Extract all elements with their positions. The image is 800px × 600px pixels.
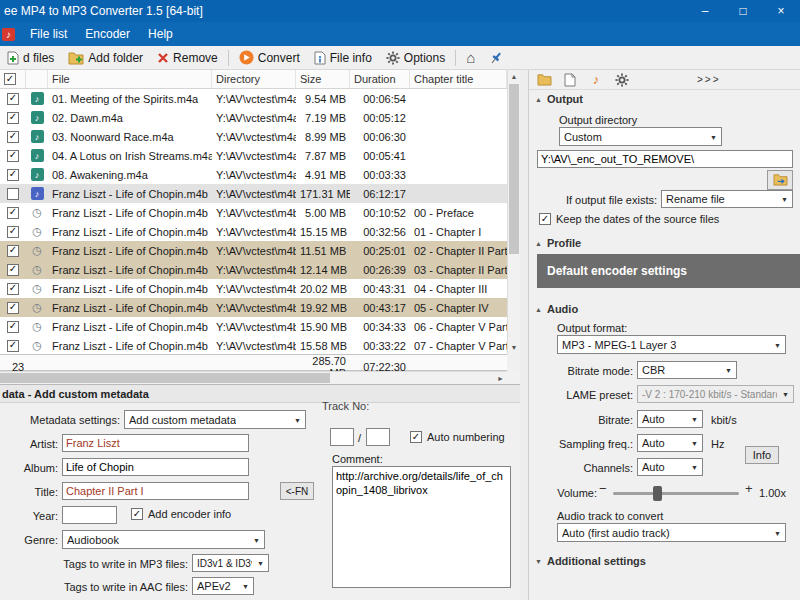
browse-output-button[interactable] xyxy=(767,170,793,190)
auto-numbering-checkbox[interactable] xyxy=(410,431,422,443)
menu-help[interactable]: Help xyxy=(139,22,182,46)
row-checkbox[interactable] xyxy=(7,188,19,200)
table-row[interactable]: ♪03. Noonward Race.m4aY:\AV\vctest\m4a8.… xyxy=(0,127,507,146)
row-checkbox[interactable] xyxy=(7,150,19,162)
keep-dates-checkbox[interactable] xyxy=(539,213,551,225)
row-checkbox[interactable] xyxy=(7,207,19,219)
tags-mp3-combo[interactable]: ID3v1 & ID3v2 ▼ xyxy=(192,554,269,572)
convert-button[interactable]: Convert xyxy=(232,47,307,69)
table-row[interactable]: ◷Franz Liszt - Life of Chopin.m4bY:\AV\v… xyxy=(0,279,507,298)
row-checkbox-cell[interactable] xyxy=(0,340,26,352)
row-checkbox[interactable] xyxy=(7,321,19,333)
bitrate-combo[interactable]: Auto ▼ xyxy=(637,410,703,428)
close-button[interactable]: × xyxy=(762,0,800,22)
track-no-field[interactable] xyxy=(330,428,354,446)
row-checkbox-cell[interactable] xyxy=(0,302,26,314)
bitrate-mode-combo[interactable]: CBR ▼ xyxy=(637,361,737,379)
row-checkbox[interactable] xyxy=(7,302,19,314)
pin-button[interactable] xyxy=(482,47,510,69)
row-checkbox-cell[interactable] xyxy=(0,93,26,105)
home-button[interactable]: ⌂ xyxy=(459,47,482,69)
auto-numbering-row[interactable]: Auto numbering xyxy=(410,431,505,443)
album-field[interactable] xyxy=(62,458,249,476)
row-checkbox-cell[interactable] xyxy=(0,283,26,295)
keep-dates-row[interactable]: Keep the dates of the source files xyxy=(539,213,719,225)
row-checkbox-cell[interactable] xyxy=(0,169,26,181)
file-tab-button[interactable] xyxy=(561,72,579,88)
row-checkbox[interactable] xyxy=(7,93,19,105)
vertical-scrollbar-thumb[interactable] xyxy=(509,84,519,254)
add-files-button[interactable]: d files xyxy=(0,47,61,69)
row-checkbox[interactable] xyxy=(7,131,19,143)
section-header-additional[interactable]: ▼ Additional settings xyxy=(529,552,800,570)
select-all-checkbox[interactable] xyxy=(4,73,16,85)
volume-slider-thumb[interactable] xyxy=(653,486,662,501)
genre-combo[interactable]: Audiobook ▼ xyxy=(62,530,265,549)
info-button[interactable]: Info xyxy=(745,446,779,464)
table-row[interactable]: ♪01. Meeting of the Spirits.m4aY:\AV\vct… xyxy=(0,89,507,108)
table-row[interactable]: ♪02. Dawn.m4aY:\AV\vctest\m4a7.19 MB00:0… xyxy=(0,108,507,127)
row-checkbox-cell[interactable] xyxy=(0,245,26,257)
output-tab-button[interactable] xyxy=(535,72,553,88)
comment-field[interactable] xyxy=(332,466,511,588)
row-checkbox-cell[interactable] xyxy=(0,226,26,238)
row-checkbox[interactable] xyxy=(7,340,19,352)
column-file[interactable]: File xyxy=(48,70,212,88)
volume-increase-button[interactable]: + xyxy=(745,481,753,496)
table-row[interactable]: ◷Franz Liszt - Life of Chopin.m4bY:\AV\v… xyxy=(0,298,507,317)
if-exists-combo[interactable]: Rename file ▼ xyxy=(661,190,793,208)
panel-splitter[interactable] xyxy=(520,70,528,600)
tags-aac-combo[interactable]: APEv2 ▼ xyxy=(192,577,254,595)
table-row[interactable]: ◷Franz Liszt - Life of Chopin.m4bY:\AV\v… xyxy=(0,317,507,336)
audio-tab-button[interactable]: ♪ xyxy=(587,72,605,88)
row-checkbox-cell[interactable] xyxy=(0,112,26,124)
metadata-settings-combo[interactable]: Add custom metadata ▼ xyxy=(124,410,306,429)
column-icon[interactable] xyxy=(26,70,48,88)
title-field[interactable] xyxy=(62,482,249,500)
section-header-profile[interactable]: ▲ Profile xyxy=(529,234,800,252)
file-info-button[interactable]: File info xyxy=(307,47,379,69)
output-path-field[interactable] xyxy=(537,150,793,168)
row-checkbox-cell[interactable] xyxy=(0,321,26,333)
table-row[interactable]: ◷Franz Liszt - Life of Chopin.m4bY:\AV\v… xyxy=(0,203,507,222)
row-checkbox-cell[interactable] xyxy=(0,264,26,276)
scroll-up-icon[interactable]: ▲ xyxy=(508,70,520,83)
output-directory-combo[interactable]: Custom ▼ xyxy=(559,127,722,146)
column-directory[interactable]: Directory xyxy=(212,70,296,88)
column-size[interactable]: Size xyxy=(296,70,350,88)
menu-file-list[interactable]: File list xyxy=(21,22,76,46)
row-checkbox-cell[interactable] xyxy=(0,207,26,219)
scroll-down-icon[interactable]: ▼ xyxy=(508,341,520,354)
row-checkbox[interactable] xyxy=(7,264,19,276)
horizontal-scrollbar-thumb[interactable] xyxy=(0,373,330,383)
section-header-audio[interactable]: ▲ Audio xyxy=(529,300,800,318)
column-chapter-title[interactable]: Chapter title xyxy=(410,70,507,88)
horizontal-scrollbar[interactable]: ► xyxy=(0,371,507,384)
row-checkbox[interactable] xyxy=(7,283,19,295)
artist-field[interactable] xyxy=(62,434,249,452)
table-row[interactable]: ◷Franz Liszt - Life of Chopin.m4bY:\AV\v… xyxy=(0,336,507,355)
output-format-combo[interactable]: MP3 - MPEG-1 Layer 3 ▼ xyxy=(557,335,786,354)
volume-slider[interactable] xyxy=(613,492,739,495)
column-duration[interactable]: Duration xyxy=(350,70,410,88)
add-folder-button[interactable]: Add folder xyxy=(61,47,150,69)
add-encoder-info-row[interactable]: Add encoder info xyxy=(131,508,231,520)
profile-selector-button[interactable]: Default encoder settings xyxy=(537,254,800,288)
row-checkbox-cell[interactable] xyxy=(0,150,26,162)
row-checkbox[interactable] xyxy=(7,226,19,238)
filename-to-title-button[interactable]: <-FN xyxy=(280,482,314,500)
panel-overflow-button[interactable]: >>> xyxy=(697,74,721,85)
add-encoder-info-checkbox[interactable] xyxy=(131,508,143,520)
row-checkbox[interactable] xyxy=(7,245,19,257)
minimize-button[interactable]: – xyxy=(686,0,724,22)
year-field[interactable] xyxy=(62,506,117,524)
table-row[interactable]: ◷Franz Liszt - Life of Chopin.m4bY:\AV\v… xyxy=(0,260,507,279)
vertical-scrollbar[interactable]: ▲ ▼ xyxy=(507,70,520,354)
menu-encoder[interactable]: Encoder xyxy=(76,22,139,46)
row-checkbox-cell[interactable] xyxy=(0,188,26,200)
table-row[interactable]: ◷Franz Liszt - Life of Chopin.m4bY:\AV\v… xyxy=(0,222,507,241)
row-checkbox-cell[interactable] xyxy=(0,131,26,143)
table-row[interactable]: ♪Franz Liszt - Life of Chopin.m4bY:\AV\v… xyxy=(0,184,507,203)
row-checkbox[interactable] xyxy=(7,169,19,181)
table-row[interactable]: ♪04. A Lotus on Irish Streams.m4aY:\AV\v… xyxy=(0,146,507,165)
